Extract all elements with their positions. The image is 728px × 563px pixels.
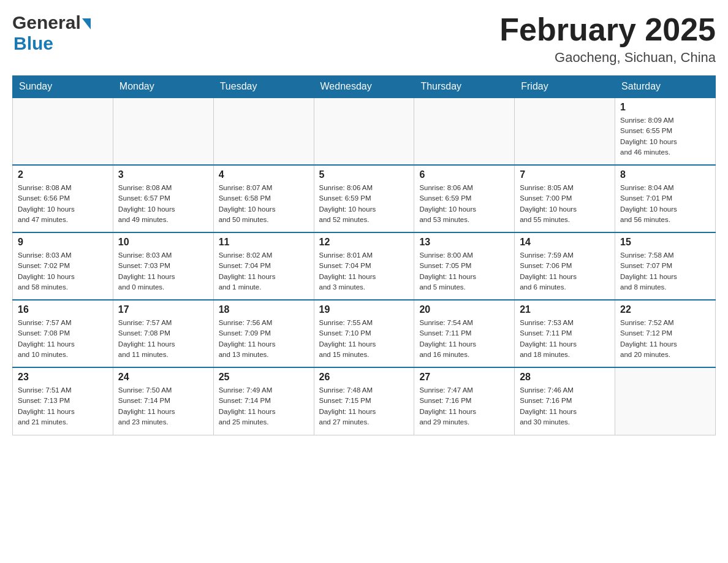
day-number: 1 — [620, 102, 710, 113]
day-header-thursday: Thursday — [414, 76, 515, 98]
calendar-cell: 7Sunrise: 8:05 AM Sunset: 7:00 PM Daylig… — [515, 165, 615, 232]
day-number: 26 — [319, 372, 409, 383]
day-header-friday: Friday — [515, 76, 615, 98]
day-number: 4 — [219, 169, 309, 180]
day-number: 14 — [520, 237, 610, 248]
day-number: 3 — [118, 169, 208, 180]
calendar-cell — [213, 98, 314, 165]
page-header: General Blue February 2025 Gaocheng, Sic… — [12, 12, 716, 66]
calendar-cell — [13, 98, 113, 165]
calendar-cell — [113, 98, 213, 165]
day-info: Sunrise: 8:04 AM Sunset: 7:01 PM Dayligh… — [620, 183, 710, 225]
calendar-cell: 4Sunrise: 8:07 AM Sunset: 6:58 PM Daylig… — [213, 165, 314, 232]
day-number: 24 — [118, 372, 208, 383]
calendar-cell: 27Sunrise: 7:47 AM Sunset: 7:16 PM Dayli… — [414, 367, 515, 435]
day-info: Sunrise: 7:57 AM Sunset: 7:08 PM Dayligh… — [118, 318, 208, 360]
day-info: Sunrise: 7:52 AM Sunset: 7:12 PM Dayligh… — [620, 318, 710, 360]
calendar-cell: 15Sunrise: 7:58 AM Sunset: 7:07 PM Dayli… — [615, 232, 716, 300]
day-number: 19 — [319, 304, 409, 315]
day-number: 23 — [18, 372, 108, 383]
day-info: Sunrise: 7:48 AM Sunset: 7:15 PM Dayligh… — [319, 385, 409, 427]
day-header-wednesday: Wednesday — [314, 76, 414, 98]
week-row-1: 1Sunrise: 8:09 AM Sunset: 6:55 PM Daylig… — [13, 98, 716, 165]
calendar-cell: 22Sunrise: 7:52 AM Sunset: 7:12 PM Dayli… — [615, 300, 716, 367]
day-number: 27 — [419, 372, 509, 383]
day-number: 11 — [219, 237, 309, 248]
day-number: 2 — [18, 169, 108, 180]
day-info: Sunrise: 8:01 AM Sunset: 7:04 PM Dayligh… — [319, 250, 409, 293]
day-info: Sunrise: 7:49 AM Sunset: 7:14 PM Dayligh… — [219, 385, 309, 427]
calendar-cell: 20Sunrise: 7:54 AM Sunset: 7:11 PM Dayli… — [414, 300, 515, 367]
calendar-cell — [314, 98, 414, 165]
day-number: 18 — [219, 304, 309, 315]
month-title: February 2025 — [499, 12, 716, 47]
calendar-cell: 8Sunrise: 8:04 AM Sunset: 7:01 PM Daylig… — [615, 165, 716, 232]
day-number: 13 — [419, 237, 509, 248]
week-row-2: 2Sunrise: 8:08 AM Sunset: 6:56 PM Daylig… — [13, 165, 716, 232]
day-info: Sunrise: 7:58 AM Sunset: 7:07 PM Dayligh… — [620, 250, 710, 293]
logo-arrow-icon — [82, 18, 91, 29]
day-info: Sunrise: 7:54 AM Sunset: 7:11 PM Dayligh… — [419, 318, 509, 360]
day-number: 25 — [219, 372, 309, 383]
calendar-cell: 3Sunrise: 8:08 AM Sunset: 6:57 PM Daylig… — [113, 165, 213, 232]
location-text: Gaocheng, Sichuan, China — [499, 50, 716, 66]
day-number: 6 — [419, 169, 509, 180]
day-number: 28 — [520, 372, 610, 383]
day-info: Sunrise: 8:09 AM Sunset: 6:55 PM Dayligh… — [620, 115, 710, 158]
day-info: Sunrise: 7:53 AM Sunset: 7:11 PM Dayligh… — [520, 318, 610, 360]
day-info: Sunrise: 7:50 AM Sunset: 7:14 PM Dayligh… — [118, 385, 208, 427]
calendar-cell: 19Sunrise: 7:55 AM Sunset: 7:10 PM Dayli… — [314, 300, 414, 367]
week-row-5: 23Sunrise: 7:51 AM Sunset: 7:13 PM Dayli… — [13, 367, 716, 435]
calendar-cell: 16Sunrise: 7:57 AM Sunset: 7:08 PM Dayli… — [13, 300, 113, 367]
day-number: 15 — [620, 237, 710, 248]
calendar-cell: 6Sunrise: 8:06 AM Sunset: 6:59 PM Daylig… — [414, 165, 515, 232]
calendar-cell: 14Sunrise: 7:59 AM Sunset: 7:06 PM Dayli… — [515, 232, 615, 300]
day-number: 8 — [620, 169, 710, 180]
day-number: 7 — [520, 169, 610, 180]
calendar-cell: 12Sunrise: 8:01 AM Sunset: 7:04 PM Dayli… — [314, 232, 414, 300]
calendar-cell: 28Sunrise: 7:46 AM Sunset: 7:16 PM Dayli… — [515, 367, 615, 435]
calendar-header-row: SundayMondayTuesdayWednesdayThursdayFrid… — [13, 76, 716, 98]
day-number: 16 — [18, 304, 108, 315]
day-info: Sunrise: 8:03 AM Sunset: 7:02 PM Dayligh… — [18, 250, 108, 293]
day-info: Sunrise: 8:02 AM Sunset: 7:04 PM Dayligh… — [219, 250, 309, 293]
calendar-cell: 9Sunrise: 8:03 AM Sunset: 7:02 PM Daylig… — [13, 232, 113, 300]
calendar-cell: 5Sunrise: 8:06 AM Sunset: 6:59 PM Daylig… — [314, 165, 414, 232]
day-number: 10 — [118, 237, 208, 248]
day-info: Sunrise: 7:46 AM Sunset: 7:16 PM Dayligh… — [520, 385, 610, 427]
day-info: Sunrise: 7:56 AM Sunset: 7:09 PM Dayligh… — [219, 318, 309, 360]
day-info: Sunrise: 7:59 AM Sunset: 7:06 PM Dayligh… — [520, 250, 610, 293]
calendar-cell: 2Sunrise: 8:08 AM Sunset: 6:56 PM Daylig… — [13, 165, 113, 232]
title-section: February 2025 Gaocheng, Sichuan, China — [499, 12, 716, 66]
day-info: Sunrise: 8:00 AM Sunset: 7:05 PM Dayligh… — [419, 250, 509, 293]
day-number: 5 — [319, 169, 409, 180]
day-info: Sunrise: 8:08 AM Sunset: 6:56 PM Dayligh… — [18, 183, 108, 225]
calendar-cell: 24Sunrise: 7:50 AM Sunset: 7:14 PM Dayli… — [113, 367, 213, 435]
calendar-table: SundayMondayTuesdayWednesdayThursdayFrid… — [12, 75, 716, 435]
calendar-cell — [515, 98, 615, 165]
calendar-cell: 25Sunrise: 7:49 AM Sunset: 7:14 PM Dayli… — [213, 367, 314, 435]
logo-general-text: General — [12, 12, 81, 33]
week-row-4: 16Sunrise: 7:57 AM Sunset: 7:08 PM Dayli… — [13, 300, 716, 367]
day-number: 20 — [419, 304, 509, 315]
day-info: Sunrise: 7:51 AM Sunset: 7:13 PM Dayligh… — [18, 385, 108, 427]
calendar-cell: 18Sunrise: 7:56 AM Sunset: 7:09 PM Dayli… — [213, 300, 314, 367]
day-info: Sunrise: 7:47 AM Sunset: 7:16 PM Dayligh… — [419, 385, 509, 427]
day-info: Sunrise: 7:55 AM Sunset: 7:10 PM Dayligh… — [319, 318, 409, 360]
day-info: Sunrise: 8:08 AM Sunset: 6:57 PM Dayligh… — [118, 183, 208, 225]
calendar-cell: 13Sunrise: 8:00 AM Sunset: 7:05 PM Dayli… — [414, 232, 515, 300]
day-header-saturday: Saturday — [615, 76, 716, 98]
calendar-cell: 21Sunrise: 7:53 AM Sunset: 7:11 PM Dayli… — [515, 300, 615, 367]
day-info: Sunrise: 8:06 AM Sunset: 6:59 PM Dayligh… — [419, 183, 509, 225]
calendar-cell: 26Sunrise: 7:48 AM Sunset: 7:15 PM Dayli… — [314, 367, 414, 435]
day-number: 21 — [520, 304, 610, 315]
calendar-cell: 10Sunrise: 8:03 AM Sunset: 7:03 PM Dayli… — [113, 232, 213, 300]
day-info: Sunrise: 7:57 AM Sunset: 7:08 PM Dayligh… — [18, 318, 108, 360]
calendar-cell — [414, 98, 515, 165]
day-number: 22 — [620, 304, 710, 315]
logo: General Blue — [12, 12, 91, 54]
calendar-cell: 1Sunrise: 8:09 AM Sunset: 6:55 PM Daylig… — [615, 98, 716, 165]
week-row-3: 9Sunrise: 8:03 AM Sunset: 7:02 PM Daylig… — [13, 232, 716, 300]
day-number: 17 — [118, 304, 208, 315]
day-header-sunday: Sunday — [13, 76, 113, 98]
